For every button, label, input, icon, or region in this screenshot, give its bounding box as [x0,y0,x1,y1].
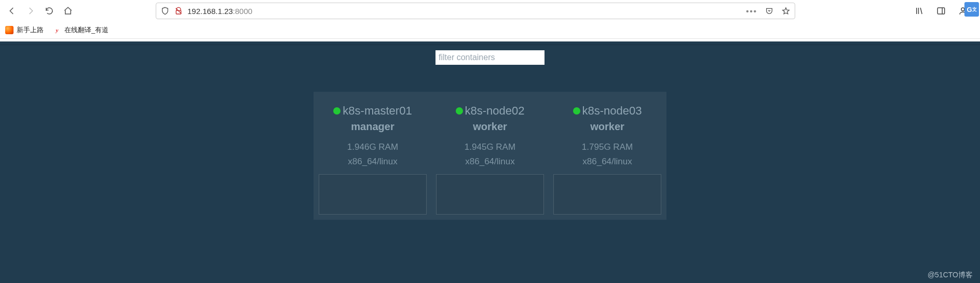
address-bar[interactable]: 192.168.1.23:8000 ••• [156,3,795,19]
node-name: k8s-node03 [582,104,642,118]
page-body: k8s-master01 manager 1.946G RAM x86_64/l… [0,41,980,283]
node-ram: 1.946G RAM [319,142,427,152]
browser-chrome: 192.168.1.23:8000 ••• [0,0,980,41]
nav-toolbar: 192.168.1.23:8000 ••• [0,0,980,22]
toolbar-right [910,2,972,20]
node-role: worker [436,121,544,133]
bookmark-label: 新手上路 [17,25,44,35]
status-dot-icon [456,107,463,115]
node-ram: 1.945G RAM [436,142,544,152]
bookmark-getting-started[interactable]: 新手上路 [5,25,44,35]
node-name: k8s-master01 [343,104,412,118]
url-text: 192.168.1.23:8000 [187,7,742,16]
reload-button[interactable] [40,2,58,20]
node-role: manager [319,121,427,133]
node-containers-box[interactable] [436,174,544,215]
back-button[interactable] [3,2,21,20]
shield-icon [160,6,170,16]
sidebar-icon[interactable] [932,2,950,20]
status-dot-icon [573,107,580,115]
home-button[interactable] [59,2,77,20]
node-card[interactable]: k8s-master01 manager 1.946G RAM x86_64/l… [319,104,427,215]
cluster-nodes-panel: k8s-master01 manager 1.946G RAM x86_64/l… [314,92,666,220]
node-containers-box[interactable] [319,174,427,215]
star-bookmark-icon[interactable] [781,6,791,16]
node-name: k8s-node02 [465,104,525,118]
bookmark-label: 在线翻译_有道 [64,25,108,35]
node-containers-box[interactable] [553,174,661,215]
library-icon[interactable] [910,2,928,20]
filter-containers-input[interactable] [435,50,545,65]
insecure-lock-icon [174,6,183,16]
firefox-icon [5,26,13,34]
node-arch: x86_64/linux [553,157,661,167]
divider [0,38,980,39]
url-port: :8000 [233,7,253,16]
youdao-icon: y [53,26,61,34]
watermark-text: @51CTO博客 [928,271,973,280]
filter-row [0,45,980,65]
node-card[interactable]: k8s-node02 worker 1.945G RAM x86_64/linu… [436,104,544,215]
node-card[interactable]: k8s-node03 worker 1.795G RAM x86_64/linu… [553,104,661,215]
node-arch: x86_64/linux [319,157,427,167]
node-arch: x86_64/linux [436,157,544,167]
node-role: worker [553,121,661,133]
url-host: 192.168.1.23 [187,7,233,16]
bookmark-youdao[interactable]: y 在线翻译_有道 [53,25,108,35]
svg-rect-1 [937,8,945,14]
translate-extension-icon[interactable]: G文 [964,2,979,17]
forward-button[interactable] [22,2,39,20]
page-actions-icon[interactable]: ••• [746,7,757,16]
status-dot-icon [333,107,341,115]
node-ram: 1.795G RAM [553,142,661,152]
bookmark-bar: 新手上路 y 在线翻译_有道 [0,22,980,38]
pocket-icon[interactable] [765,6,774,16]
